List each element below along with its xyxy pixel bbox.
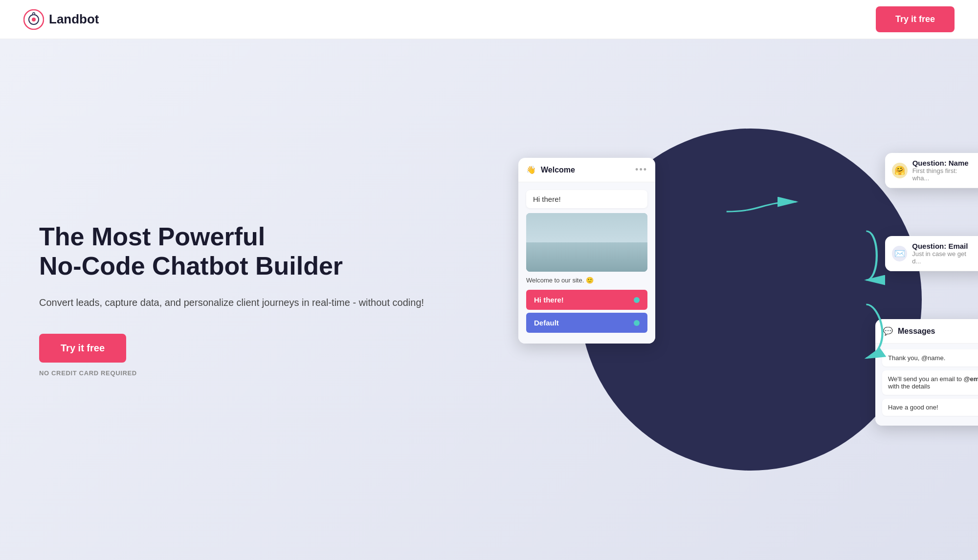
messages-card: 💬 Messages ••• Thank you, @name. We'll s… bbox=[875, 319, 978, 426]
chat-person-image bbox=[526, 213, 647, 272]
message-2: We'll send you an email to @email with t… bbox=[882, 370, 978, 395]
question-name-card: 🤗 Question: Name First things first: wha… bbox=[885, 153, 978, 188]
question-email-title: Question: Email bbox=[912, 242, 975, 250]
question-name-info: Question: Name First things first: wha..… bbox=[912, 159, 976, 182]
msg2-prefix: We'll send you an email to bbox=[888, 375, 964, 383]
no-credit-card-text: NO CREDIT CARD REQUIRED bbox=[39, 369, 466, 377]
question-name-subtitle: First things first: wha... bbox=[912, 167, 976, 182]
messages-emoji-icon: 💬 bbox=[883, 326, 893, 336]
navbar: Landbot Try it free bbox=[0, 0, 978, 39]
try-it-free-nav-button[interactable]: Try it free bbox=[876, 6, 955, 32]
chat-image bbox=[526, 213, 647, 272]
welcome-header-left: 👋 Welcome bbox=[526, 165, 575, 174]
svg-point-2 bbox=[32, 18, 36, 22]
msg1-text: Thank you, @name. bbox=[888, 354, 945, 362]
msg2-email: @email bbox=[964, 375, 978, 383]
welcome-dots-icon[interactable]: ••• bbox=[635, 165, 647, 175]
question-email-card: ✉️ Question: Email Just in case we get d… bbox=[885, 236, 978, 271]
msg3-text: Have a good one! bbox=[888, 404, 938, 411]
message-1: Thank you, @name. bbox=[882, 349, 978, 366]
name-emoji-icon: 🤗 bbox=[892, 163, 908, 178]
default-dot bbox=[634, 320, 640, 326]
logo-text: Landbot bbox=[49, 12, 99, 27]
msg2-suffix: with the details bbox=[888, 383, 930, 390]
try-it-free-hero-button[interactable]: Try it free bbox=[39, 334, 126, 363]
messages-header-left: 💬 Messages bbox=[883, 326, 935, 336]
svg-point-4 bbox=[33, 13, 35, 14]
welcome-window-header: 👋 Welcome ••• bbox=[518, 158, 655, 182]
welcome-chat-window: 👋 Welcome ••• Hi there! bbox=[518, 158, 655, 344]
welcome-emoji: 👋 bbox=[526, 165, 536, 174]
hi-there-choice-label: Hi there! bbox=[534, 296, 564, 304]
message-3: Have a good one! bbox=[882, 399, 978, 416]
question-email-info: Question: Email Just in case we get d... bbox=[912, 242, 975, 265]
hi-there-bubble: Hi there! bbox=[526, 190, 647, 208]
default-choice-button[interactable]: Default bbox=[526, 313, 647, 333]
hi-there-dot bbox=[634, 297, 640, 303]
messages-title: Messages bbox=[898, 327, 935, 336]
messages-body: Thank you, @name. We'll send you an emai… bbox=[875, 344, 978, 426]
hi-there-choice-button[interactable]: Hi there! bbox=[526, 290, 647, 310]
welcome-chat-body: Hi there! bbox=[518, 182, 655, 344]
hero-title: The Most Powerful No-Code Chatbot Builde… bbox=[39, 222, 466, 281]
welcome-text-bubble: Welcome to our site. 🙂 bbox=[526, 277, 647, 284]
question-name-title: Question: Name bbox=[912, 159, 976, 167]
logo-icon bbox=[23, 9, 44, 30]
welcome-title: Welcome bbox=[541, 166, 575, 174]
messages-header: 💬 Messages ••• bbox=[875, 319, 978, 344]
email-icon: ✉️ bbox=[892, 246, 907, 261]
question-email-header: ✉️ Question: Email Just in case we get d… bbox=[885, 236, 978, 271]
hero-illustration: 👋 Welcome ••• Hi there! bbox=[489, 99, 978, 500]
hero-left: The Most Powerful No-Code Chatbot Builde… bbox=[0, 193, 489, 406]
hero-subtitle: Convert leads, capture data, and persona… bbox=[39, 295, 466, 310]
question-email-subtitle: Just in case we get d... bbox=[912, 250, 975, 265]
question-name-header: 🤗 Question: Name First things first: wha… bbox=[885, 153, 978, 188]
default-choice-label: Default bbox=[534, 319, 559, 327]
logo[interactable]: Landbot bbox=[23, 9, 99, 30]
hero-section: The Most Powerful No-Code Chatbot Builde… bbox=[0, 39, 978, 560]
